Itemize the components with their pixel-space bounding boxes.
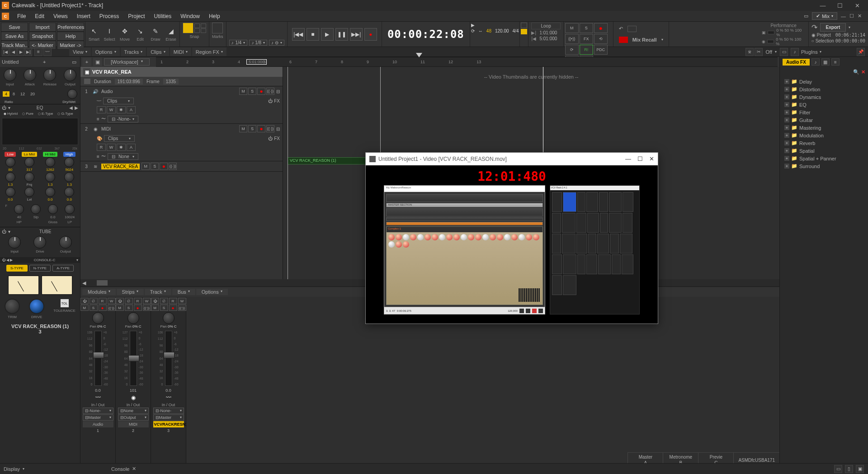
help-button[interactable]: Help bbox=[57, 32, 84, 41]
snap-value-3[interactable]: ♪ ⊖ ▾ bbox=[269, 40, 284, 46]
eq-lomid-q-knob[interactable] bbox=[24, 172, 34, 182]
input-knob[interactable] bbox=[4, 69, 16, 81]
preset-add-icon[interactable]: + bbox=[41, 59, 47, 65]
video-max-button[interactable]: ☐ bbox=[637, 155, 643, 162]
playhead-icon[interactable] bbox=[416, 53, 422, 58]
track1-r[interactable]: R bbox=[97, 106, 106, 113]
track2-fx-power[interactable]: ⏻ bbox=[268, 136, 273, 141]
strip-input-dd[interactable]: ⊟-None-▾ bbox=[83, 408, 113, 414]
track1-ast[interactable]: ✱ bbox=[117, 106, 126, 113]
snap-led-1[interactable] bbox=[194, 23, 200, 28]
category-spatial-panner[interactable]: +📁Spatial + Panner bbox=[780, 155, 868, 162]
fx-solo-button[interactable]: S bbox=[580, 23, 593, 33]
track2-monitor[interactable]: ((·)) bbox=[266, 125, 274, 132]
category-filter[interactable]: +📁Filter bbox=[780, 108, 868, 116]
doc-minimize-button[interactable]: — bbox=[841, 14, 846, 19]
fader[interactable] bbox=[165, 331, 172, 386]
strip-phase[interactable]: ∅ bbox=[125, 298, 133, 304]
track3-monitor[interactable]: ((·)) bbox=[169, 163, 177, 170]
timeline-ruler[interactable]: 5:01:000 12345678910111213 bbox=[156, 57, 778, 67]
menu-utilities[interactable]: Utilities bbox=[150, 13, 176, 19]
strip-s[interactable]: S bbox=[125, 305, 133, 311]
strip-input-dd[interactable]: ⊟-None-▾ bbox=[153, 408, 184, 414]
fx-redo-button[interactable]: ⟳ bbox=[565, 45, 579, 55]
scissors-icon[interactable]: ✂ bbox=[755, 48, 763, 56]
snap-value-1[interactable]: ♪ 1/4 ▾ bbox=[229, 40, 248, 46]
tab-clips[interactable]: Clips ▾ bbox=[147, 47, 169, 56]
eq-mode-pure[interactable]: Pure bbox=[20, 111, 35, 116]
track2-mute[interactable]: M bbox=[239, 125, 247, 132]
strip-phase[interactable]: ∅ bbox=[160, 298, 168, 304]
mix-recall-prev-icon[interactable]: ↶ bbox=[619, 26, 623, 32]
category-delay[interactable]: +📁Delay bbox=[780, 78, 868, 85]
tube-input-knob[interactable] bbox=[8, 236, 21, 249]
instruments-icon[interactable]: ▦ bbox=[821, 58, 830, 66]
extra-btn-2[interactable] bbox=[521, 29, 527, 34]
snapshot-button[interactable]: Snapshot bbox=[29, 32, 56, 41]
eq-lomid-lvl-knob[interactable] bbox=[24, 187, 34, 197]
track1-a[interactable]: A bbox=[127, 106, 136, 113]
snap-led-2[interactable] bbox=[194, 28, 200, 33]
track1-arm[interactable]: ● bbox=[257, 88, 265, 95]
track2-none-dd[interactable]: ⊟None▾ bbox=[108, 153, 138, 160]
track1-expand-icon[interactable]: ⊟ bbox=[276, 89, 280, 94]
console-tab[interactable]: Console bbox=[111, 466, 129, 472]
category-dynamics[interactable]: +📁Dynamics bbox=[780, 93, 868, 101]
maximize-button[interactable]: ☐ bbox=[835, 2, 844, 9]
track2-solo[interactable]: S bbox=[248, 125, 256, 132]
track1-fx-label[interactable]: FX bbox=[274, 99, 280, 103]
tube-output-knob[interactable] bbox=[59, 236, 72, 249]
tab-nav-prev[interactable]: ◀ bbox=[9, 48, 17, 56]
fx-ripple-button[interactable]: R! bbox=[580, 45, 593, 55]
mix-recall-label[interactable]: Mix Recall bbox=[632, 37, 657, 42]
doc-min-icon[interactable]: ▭ bbox=[804, 13, 808, 19]
strip-m[interactable]: M bbox=[116, 305, 124, 311]
eq-band-lomid[interactable]: Lo Mid bbox=[22, 152, 37, 157]
strip-arm[interactable]: ● bbox=[169, 305, 177, 311]
layers-icon[interactable]: ≡ bbox=[97, 117, 99, 122]
marks-icon[interactable] bbox=[212, 23, 223, 33]
play-button[interactable]: ▶ bbox=[321, 28, 334, 41]
pan-knob[interactable] bbox=[92, 312, 104, 324]
off-label[interactable]: Off bbox=[763, 49, 775, 55]
footer-icon-1[interactable]: ▭ bbox=[834, 465, 842, 473]
browser-icon[interactable]: ▭ bbox=[780, 48, 788, 56]
workspace-dropdown[interactable]: [Workspace]▾ bbox=[104, 58, 150, 66]
aim-toggle-icon[interactable]: ※ bbox=[745, 48, 754, 56]
menu-window[interactable]: Window bbox=[176, 13, 204, 19]
audio-fx-tab[interactable]: Audio FX bbox=[783, 59, 810, 66]
strip-w[interactable]: W bbox=[108, 298, 116, 304]
lp-knob[interactable] bbox=[65, 204, 75, 214]
strip-output-dd[interactable]: ⊟Master▾ bbox=[83, 414, 113, 421]
video-close-button[interactable]: ✕ bbox=[649, 155, 654, 162]
mixer-tab-options[interactable]: Options▾ bbox=[196, 289, 228, 295]
snap-toggle[interactable] bbox=[183, 23, 193, 33]
export-button[interactable]: Export bbox=[820, 23, 846, 32]
track1-mute[interactable]: M bbox=[239, 88, 247, 95]
mix-dropdown[interactable]: ✔ Mix ▾ bbox=[812, 12, 837, 20]
loop-end-icon[interactable]: |◀ bbox=[531, 36, 538, 41]
fader-handle[interactable] bbox=[128, 355, 139, 361]
track1-none-dd[interactable]: ⊟-None-▾ bbox=[108, 116, 138, 122]
tempo-value[interactable]: 120.00 bbox=[495, 28, 509, 33]
strip-phase[interactable]: ∅ bbox=[90, 298, 98, 304]
track-row-1[interactable]: 1 🔊 Audio MS●((·)) ⊟ bbox=[80, 86, 283, 96]
browser-pin-icon[interactable]: 📌 bbox=[857, 48, 865, 56]
track1-w[interactable]: W bbox=[107, 106, 116, 113]
plugins-label[interactable]: PlugIns bbox=[801, 49, 818, 55]
footer-icon-3[interactable]: ▣ bbox=[856, 465, 864, 473]
eq-band-high[interactable]: High bbox=[63, 152, 75, 157]
category-eq[interactable]: +📁EQ bbox=[780, 101, 868, 108]
console-name[interactable]: CONSOLE-C bbox=[14, 258, 75, 262]
track-row-3[interactable]: 3 ≋ VCV RACK_REA MS●((·)) bbox=[80, 161, 283, 171]
automation-icon-2[interactable]: 〜 bbox=[101, 153, 106, 160]
fx-mute-button[interactable]: M bbox=[565, 23, 579, 33]
eq-band-himid[interactable]: Hi Mid bbox=[43, 152, 58, 157]
scrollbar-thumb[interactable] bbox=[97, 280, 108, 286]
slp-knob[interactable] bbox=[31, 204, 41, 214]
track-row-2[interactable]: 2 ◉ MIDI MS●((·)) ⊟ bbox=[80, 124, 283, 134]
fast-forward-button[interactable]: ▶▶| bbox=[350, 28, 363, 41]
mixer-tab-strips[interactable]: Strips▾ bbox=[117, 289, 144, 295]
gloss-knob[interactable] bbox=[48, 204, 58, 214]
export-dropdown-icon[interactable]: ▾ bbox=[849, 25, 850, 29]
